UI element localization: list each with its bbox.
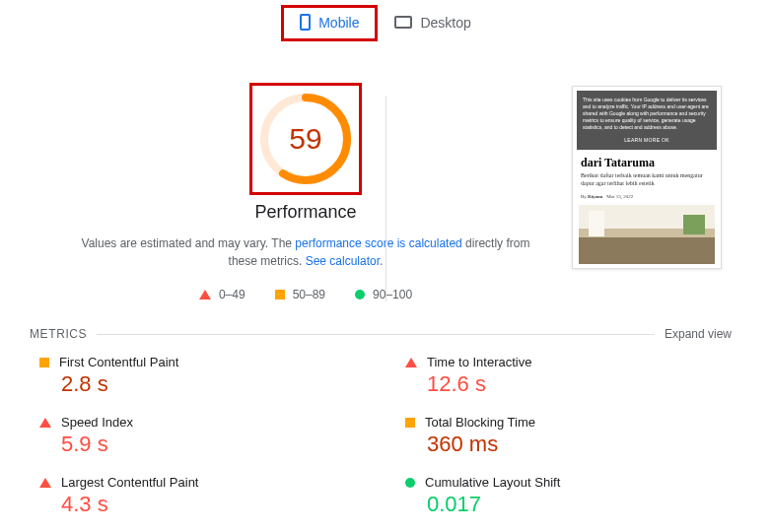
circle-icon <box>355 290 365 299</box>
thumb-notice-text: This site uses cookies from Google to de… <box>583 97 711 131</box>
triangle-icon <box>39 478 51 488</box>
gauge-highlight: 59 <box>252 86 359 192</box>
gauge-column: 59 Performance Values are estimated and … <box>39 86 572 301</box>
triangle-icon <box>199 290 211 299</box>
metric-lcp: Largest Contentful Paint 4.3 s <box>39 475 366 517</box>
square-icon <box>405 418 415 428</box>
link-see-calculator[interactable]: See calculator <box>306 254 380 268</box>
thumb-date: Mar 13, 2022 <box>606 194 633 199</box>
metric-tti-label: Time to Interactive <box>427 355 531 369</box>
metric-fcp-value: 2.8 s <box>61 371 366 397</box>
score-legend: 0–49 50–89 90–100 <box>199 288 412 301</box>
link-score-calculated[interactable]: performance score is calculated <box>295 236 461 250</box>
report-card: 59 Performance Values are estimated and … <box>10 58 761 527</box>
metric-lcp-value: 4.3 s <box>61 492 366 517</box>
square-icon <box>39 358 49 367</box>
performance-gauge: 59 <box>258 92 353 186</box>
metric-tbt-value: 360 ms <box>427 432 732 457</box>
legend-poor-label: 0–49 <box>219 288 245 301</box>
metric-cls-value: 0.017 <box>427 492 732 517</box>
triangle-icon <box>39 418 51 428</box>
metric-cls: Cumulative Layout Shift 0.017 <box>405 475 732 517</box>
metric-si: Speed Index 5.9 s <box>39 415 366 457</box>
legend-good: 90–100 <box>355 288 412 301</box>
thumb-learn-ok: LEARN MORE OK <box>583 137 711 144</box>
legend-good-label: 90–100 <box>373 288 412 301</box>
desktop-icon <box>394 16 412 29</box>
metrics-header-row: METRICS Expand view <box>20 301 751 349</box>
subtitle-pre: Values are estimated and may vary. The <box>82 236 296 250</box>
metric-lcp-label: Largest Contentful Paint <box>61 475 198 490</box>
thumb-image <box>579 205 715 264</box>
metrics-divider <box>97 334 655 335</box>
metric-fcp: First Contentful Paint 2.8 s <box>39 355 366 397</box>
device-tabs: Mobile Desktop <box>0 0 771 40</box>
metric-tti-value: 12.6 s <box>427 371 732 397</box>
metric-si-value: 5.9 s <box>61 432 366 457</box>
metric-tbt-label: Total Blocking Time <box>425 415 535 430</box>
metric-si-label: Speed Index <box>61 415 133 430</box>
legend-average: 50–89 <box>275 288 325 301</box>
metric-tti: Time to Interactive 12.6 s <box>405 355 732 397</box>
tab-desktop-label: Desktop <box>420 15 470 31</box>
thumb-body: Berikut daftar terbaik temuan kami untuk… <box>577 172 717 192</box>
circle-icon <box>405 478 415 488</box>
expand-view-link[interactable]: Expand view <box>665 327 732 341</box>
gauge-label: Performance <box>254 202 356 223</box>
legend-poor: 0–49 <box>199 288 245 301</box>
phone-icon <box>300 14 311 31</box>
tab-desktop[interactable]: Desktop <box>377 6 488 40</box>
metric-tbt: Total Blocking Time 360 ms <box>405 415 732 457</box>
square-icon <box>275 290 285 299</box>
metric-cls-label: Cumulative Layout Shift <box>425 475 560 490</box>
triangle-icon <box>405 358 417 367</box>
vertical-divider <box>386 96 386 301</box>
tab-mobile[interactable]: Mobile <box>282 6 377 40</box>
gauge-subtitle: Values are estimated and may vary. The p… <box>39 234 572 270</box>
metric-fcp-label: First Contentful Paint <box>59 355 178 369</box>
tab-mobile-label: Mobile <box>318 15 359 31</box>
thumb-cookie-notice: This site uses cookies from Google to de… <box>577 91 717 150</box>
legend-average-label: 50–89 <box>293 288 325 301</box>
subtitle-dot: . <box>380 254 383 268</box>
metrics-heading: METRICS <box>30 327 87 341</box>
thumb-byline: By Riyana Mar 13, 2022 <box>577 192 717 205</box>
screenshot-thumbnail: This site uses cookies from Google to de… <box>572 86 722 301</box>
thumb-title: dari Tataruma <box>577 150 717 172</box>
metrics-grid: First Contentful Paint 2.8 s Speed Index… <box>20 349 751 517</box>
thumb-author: Riyana <box>588 194 602 199</box>
gauge-score: 59 <box>258 92 353 186</box>
